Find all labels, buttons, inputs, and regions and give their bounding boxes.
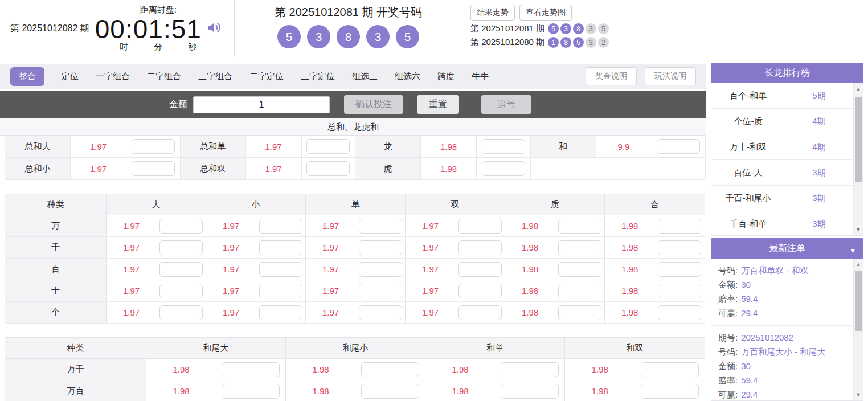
bet-amount-input[interactable] [259, 262, 302, 277]
row-kind-label: 十 [5, 280, 107, 301]
scrollbar-thumb[interactable] [855, 97, 862, 182]
bet-amount-input[interactable] [359, 219, 402, 234]
play-type-tab[interactable]: 三字定位 [301, 71, 335, 82]
bet-amount-input[interactable] [132, 139, 175, 154]
bet-amount-input[interactable] [458, 240, 502, 255]
bet-amount-input[interactable] [159, 284, 203, 298]
bet-input-cell [455, 284, 505, 298]
scrollbar[interactable] [853, 83, 863, 235]
bet-amount-input[interactable] [222, 384, 280, 399]
bet-amount-input[interactable] [259, 284, 302, 298]
bet-amount-input[interactable] [359, 284, 402, 298]
bet-amount-input[interactable] [558, 240, 601, 255]
bet-amount-input[interactable] [558, 219, 601, 234]
bet-amount-input[interactable] [458, 284, 502, 298]
bet-amount-input[interactable] [657, 139, 700, 154]
bet-input-cell [655, 305, 705, 320]
rules-info-button[interactable]: 玩法说明 [645, 67, 696, 85]
order-field-label: 号码: [718, 347, 738, 357]
history-ball: 5 [548, 23, 559, 34]
bet-amount-input[interactable] [458, 219, 502, 234]
bet-amount-input[interactable] [501, 362, 559, 377]
play-type-tab[interactable]: 整合 [10, 67, 44, 86]
bet-amount-input[interactable] [361, 384, 419, 399]
bet-amount-input[interactable] [259, 240, 302, 255]
bet-amount-input[interactable] [558, 305, 601, 320]
bet-input-cell [455, 240, 505, 255]
bet-amount-input[interactable] [159, 240, 203, 255]
bet-amount-input[interactable] [222, 362, 280, 377]
bet-input-cell [216, 362, 285, 377]
chase-number-button[interactable]: 追号 [481, 95, 531, 114]
bet-amount-input[interactable] [306, 161, 350, 176]
reset-button[interactable]: 重置 [417, 95, 459, 114]
result-trend-button[interactable]: 结果走势 [470, 5, 515, 21]
bet-amount-input[interactable] [259, 219, 302, 234]
bet-amount-input[interactable] [658, 240, 701, 255]
prize-info-button[interactable]: 奖金说明 [586, 67, 637, 85]
bet-amount-input[interactable] [501, 384, 559, 399]
bet-amount-input[interactable] [458, 305, 502, 320]
play-type-tab[interactable]: 三字组合 [198, 71, 232, 82]
bet-amount-input[interactable] [641, 362, 699, 377]
scroll-up-icon[interactable] [854, 260, 863, 269]
chevron-down-icon[interactable] [850, 245, 857, 252]
play-type-tab[interactable]: 组选三 [352, 71, 378, 82]
bet-amount-input[interactable] [359, 240, 402, 255]
bet-amount-input[interactable] [159, 219, 203, 234]
bet-amount-input[interactable] [159, 305, 203, 320]
bet-cell: 1.98 [146, 359, 286, 380]
bet-amount-input[interactable] [658, 219, 701, 234]
bet-option-label: 总和大 [5, 136, 71, 157]
bet-cell: 1.98 [505, 280, 605, 301]
bet-input-cell [355, 219, 405, 234]
history-ball: 8 [573, 23, 584, 34]
play-type-tab[interactable]: 牛牛 [472, 71, 489, 82]
scrollbar-thumb[interactable] [855, 271, 862, 331]
row-kind-label: 万千 [5, 359, 146, 380]
empty-cell [531, 158, 706, 179]
play-type-tab[interactable]: 组选六 [395, 71, 420, 82]
column-header: 双 [406, 194, 505, 215]
play-type-tab[interactable]: 一字组合 [96, 71, 130, 82]
bet-amount-input[interactable] [641, 384, 699, 399]
bet-amount-input[interactable] [482, 139, 525, 154]
confirm-bet-button[interactable]: 确认投注 [344, 95, 403, 114]
bet-amount-input[interactable] [458, 262, 502, 277]
scroll-down-icon[interactable] [854, 390, 863, 399]
amount-input[interactable] [193, 96, 330, 113]
scroll-down-icon[interactable] [854, 225, 863, 234]
play-type-tab[interactable]: 定位 [62, 71, 79, 82]
bet-amount-input[interactable] [482, 161, 525, 176]
bet-input-cell [455, 262, 505, 277]
second-unit: 秒 [188, 42, 196, 52]
play-type-tab[interactable]: 二字定位 [249, 71, 284, 82]
bet-input-cell [555, 305, 604, 320]
play-type-tab[interactable]: 二字组合 [147, 71, 181, 82]
bet-cell: 1.97 [107, 259, 206, 280]
bet-amount-input[interactable] [359, 262, 402, 277]
bet-amount-input[interactable] [361, 362, 419, 377]
play-type-tab[interactable]: 跨度 [437, 71, 455, 82]
bet-amount-input[interactable] [658, 305, 701, 320]
bet-amount-input[interactable] [558, 262, 601, 277]
scrollbar[interactable] [853, 259, 863, 400]
bet-amount-input[interactable] [259, 305, 302, 320]
order-field-value: 万百和尾大小 - 和尾大 [741, 347, 825, 357]
bet-amount-input[interactable] [359, 305, 402, 320]
bet-amount-input[interactable] [658, 284, 701, 298]
bet-amount-input[interactable] [306, 139, 350, 154]
bet-amount-input[interactable] [558, 284, 601, 298]
bet-odds: 1.97 [406, 221, 455, 231]
bet-cell: 1.97 [406, 280, 505, 301]
bet-odds: 1.97 [107, 286, 156, 296]
scroll-up-icon[interactable] [854, 84, 863, 93]
column-header: 小 [206, 194, 306, 215]
speaker-icon[interactable] [206, 20, 222, 38]
view-trend-chart-button[interactable]: 查看走势图 [519, 5, 572, 21]
bet-amount-input[interactable] [658, 262, 701, 277]
bet-amount-input[interactable] [159, 262, 203, 277]
bet-input-cell [635, 384, 705, 399]
rank-item-name: 百位-大 [711, 160, 785, 185]
bet-amount-input[interactable] [132, 161, 175, 176]
